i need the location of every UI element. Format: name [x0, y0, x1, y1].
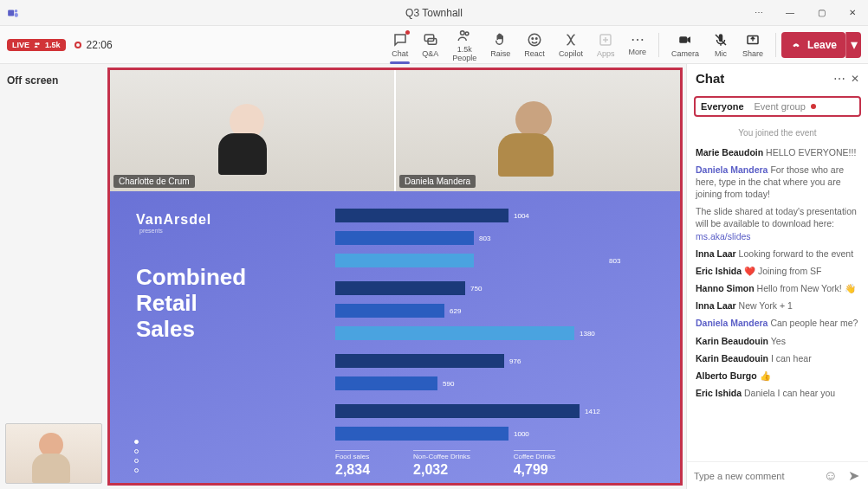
svg-point-8 [465, 31, 469, 35]
window-title: Q3 Townhall [405, 7, 463, 19]
titlebar: Q3 Townhall ⋯ — ▢ ✕ [0, 0, 868, 26]
presenter-video-1[interactable]: Charlotte de Crum [110, 70, 394, 191]
svg-point-7 [461, 30, 465, 35]
mic-toolbar-button[interactable]: Mic [706, 28, 735, 62]
react-toolbar-button[interactable]: React [517, 28, 552, 62]
chat-message[interactable]: Hanno Simon Hello from New York! 👋 [696, 282, 859, 294]
chat-message[interactable]: Karin Beaudouin Yes [696, 335, 859, 347]
raise-hand-toolbar-button[interactable]: Raise [483, 28, 517, 62]
chat-tab-everyone[interactable]: Everyone [701, 101, 744, 112]
svg-point-4 [37, 42, 40, 45]
slide-pager [134, 440, 139, 473]
svg-point-11 [536, 37, 538, 39]
svg-point-1 [15, 9, 18, 11]
chat-close-button[interactable]: ✕ [851, 73, 859, 85]
camera-toolbar-button[interactable]: Camera [664, 28, 706, 62]
share-toolbar-button[interactable]: Share [735, 28, 770, 62]
chat-system-msg: You joined the event [696, 127, 859, 139]
chat-message[interactable]: Daniela Mandera Can people hear me? [696, 317, 859, 329]
svg-rect-13 [679, 36, 687, 43]
slide-chart: 1004 803 803 750 629 1380 976 590 1412 1… [335, 207, 645, 440]
minimize-button[interactable]: — [774, 0, 806, 26]
self-view[interactable] [5, 423, 102, 484]
chat-panel: Chat ⋯ ✕ Everyone Event group You joined… [686, 64, 868, 489]
live-badge: LIVE 1.5k [7, 39, 66, 51]
meeting-timer: 22:06 [87, 39, 113, 51]
maximize-button[interactable]: ▢ [806, 0, 837, 26]
off-screen-label: Off screen [7, 74, 97, 87]
chat-compose: ☺ ➤ [687, 461, 868, 489]
people-toolbar-button[interactable]: 1.5k People [445, 28, 483, 62]
emoji-button[interactable]: ☺ [823, 468, 839, 484]
chat-message[interactable]: Daniela Mandera For those who are here, … [696, 164, 859, 201]
chat-tab-event-group[interactable]: Event group [755, 101, 806, 112]
qa-toolbar-button[interactable]: Q&A [415, 28, 445, 62]
chat-tabs: Everyone Event group [694, 96, 861, 117]
chat-more-button[interactable]: ⋯ [833, 72, 845, 86]
svg-point-10 [532, 37, 534, 39]
slide-legend: Food sales2,834 Non-Coffee Drinks2,032 C… [335, 450, 645, 478]
unread-dot-icon [811, 104, 816, 109]
chat-message[interactable]: Inna Laar New York + 1 [696, 299, 859, 312]
chat-messages[interactable]: You joined the event Marie Beaudoin HELL… [687, 124, 868, 461]
chat-message[interactable]: Inna Laar Looking forward to the event [696, 248, 859, 260]
chat-message[interactable]: Karin Beaudouin I can hear [696, 352, 859, 364]
send-button[interactable]: ➤ [845, 467, 861, 484]
teams-icon [7, 7, 19, 19]
chat-input[interactable] [694, 471, 816, 481]
close-window-button[interactable]: ✕ [837, 0, 868, 26]
chat-message[interactable]: Eric Ishida Daniela I can hear you [696, 387, 859, 399]
svg-rect-2 [15, 13, 18, 17]
leave-button[interactable]: Leave [781, 32, 845, 58]
chat-message[interactable]: The slide shared at today's presentation… [696, 205, 859, 242]
svg-rect-0 [8, 10, 14, 16]
chat-message[interactable]: Alberto Burgo 👍 [696, 370, 859, 382]
leave-dropdown[interactable]: ▾ [845, 32, 861, 58]
more-toolbar-button[interactable]: ⋯ More [621, 28, 653, 62]
chat-message[interactable]: Marie Beaudoin HELLO EVERYONE!!! [696, 146, 859, 158]
presenter-video-2[interactable]: Daniela Mandera [396, 70, 680, 191]
chat-title: Chat [696, 71, 828, 86]
more-window-button[interactable]: ⋯ [743, 0, 774, 26]
meeting-toolbar: LIVE 1.5k 22:06 Chat Q&A 1.5k People Rai… [0, 26, 868, 64]
apps-toolbar-button[interactable]: Apps [590, 28, 622, 62]
record-indicator-icon [74, 42, 81, 48]
shared-slide: VanArsdel presents Combined Retail Sales… [110, 191, 680, 483]
svg-point-3 [35, 42, 37, 45]
presenter-name-1: Charlotte de Crum [113, 175, 195, 188]
copilot-toolbar-button[interactable]: Copilot [552, 28, 590, 62]
presenter-name-2: Daniela Mandera [399, 175, 476, 188]
chat-toolbar-button[interactable]: Chat [385, 28, 415, 62]
svg-point-9 [528, 34, 541, 46]
stage: Charlotte de Crum Daniela Mandera VanArs… [107, 68, 683, 486]
chat-message[interactable]: Eric Ishida ❤️ Joining from SF [696, 265, 859, 277]
